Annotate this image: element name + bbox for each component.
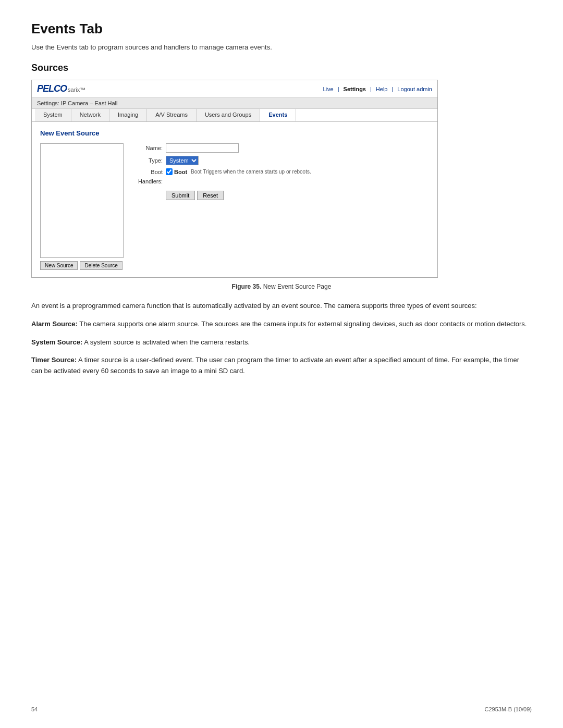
- settings-link[interactable]: Settings: [344, 86, 366, 92]
- new-event-source-title: New Event Source: [40, 129, 429, 137]
- delete-source-button[interactable]: Delete Source: [80, 261, 122, 270]
- sources-list-panel: New Source Delete Source: [40, 143, 124, 270]
- reset-button[interactable]: Reset: [197, 191, 224, 200]
- timer-source-bold: Timer Source:: [31, 356, 77, 364]
- figure-caption: Figure 35. New Event Source Page: [31, 283, 532, 290]
- page-description: Use the Events tab to program sources an…: [31, 43, 532, 51]
- alarm-source-bold: Alarm Source:: [31, 320, 78, 328]
- tab-network[interactable]: Network: [71, 109, 109, 121]
- logout-link[interactable]: Logout admin: [397, 86, 432, 92]
- list-action-buttons: New Source Delete Source: [40, 261, 124, 270]
- event-source-form: Name: Type: System Alarm Timer Boot: [132, 143, 429, 270]
- type-row: Type: System Alarm Timer: [132, 156, 429, 165]
- name-row: Name:: [132, 143, 429, 153]
- intro-paragraph: An event is a preprogrammed camera funct…: [31, 301, 532, 312]
- system-source-text: A system source is activated when the ca…: [82, 338, 250, 346]
- boot-checkbox[interactable]: [166, 168, 173, 175]
- boot-label: Boot: [132, 169, 166, 175]
- separator3: |: [391, 86, 393, 92]
- tab-system[interactable]: System: [35, 109, 71, 121]
- form-buttons: Submit Reset: [166, 191, 224, 200]
- timer-source-paragraph: Timer Source: A timer source is a user-d…: [31, 355, 532, 377]
- system-source-paragraph: System Source: A system source is activa…: [31, 337, 532, 348]
- tab-events[interactable]: Events: [260, 109, 296, 121]
- alarm-source-text: The camera supports one alarm source. Th…: [78, 320, 527, 328]
- content-area: New Source Delete Source Name: Type: Sys…: [40, 143, 429, 270]
- new-source-button[interactable]: New Source: [40, 261, 78, 270]
- tab-av-streams[interactable]: A/V Streams: [147, 109, 197, 121]
- ui-main-content: New Event Source New Source Delete Sourc…: [32, 122, 437, 277]
- submit-button[interactable]: Submit: [166, 191, 195, 200]
- boot-text: Boot: [174, 169, 187, 175]
- timer-source-text: A timer source is a user-defined event. …: [31, 356, 519, 375]
- type-select[interactable]: System Alarm Timer: [166, 156, 199, 165]
- form-action-row: Submit Reset: [132, 188, 429, 200]
- topbar-links: Live | Settings | Help | Logout admin: [323, 86, 432, 92]
- page-title: Events Tab: [31, 21, 532, 37]
- name-label: Name:: [132, 145, 166, 151]
- page-footer: 54 C2953M-B (10/09): [31, 706, 532, 712]
- boot-description: Boot Triggers when the camera starts up …: [191, 169, 311, 175]
- handlers-row: Handlers:: [132, 178, 429, 184]
- figure-caption-desc: New Event Source Page: [263, 283, 332, 290]
- tab-imaging[interactable]: Imaging: [109, 109, 147, 121]
- settings-bar: Settings: IP Camera – East Hall: [32, 98, 437, 109]
- page-number: 54: [31, 706, 38, 712]
- handlers-label: Handlers:: [132, 178, 166, 184]
- sources-heading: Sources: [31, 63, 532, 73]
- name-input[interactable]: [166, 143, 239, 153]
- live-link[interactable]: Live: [323, 86, 334, 92]
- help-link[interactable]: Help: [376, 86, 388, 92]
- pelco-brand-text: PELCO: [37, 83, 67, 94]
- separator2: |: [370, 86, 372, 92]
- figure-caption-bold: Figure 35.: [232, 283, 262, 290]
- separator: |: [338, 86, 339, 92]
- system-source-bold: System Source:: [31, 338, 82, 346]
- alarm-source-paragraph: Alarm Source: The camera supports one al…: [31, 319, 532, 330]
- boot-row: Boot Boot Boot Triggers when the camera …: [132, 168, 429, 175]
- type-label: Type:: [132, 157, 166, 164]
- sarix-brand-text: sarix™: [68, 87, 85, 93]
- pelco-logo: PELCO sarix™: [37, 83, 85, 94]
- ui-topbar: PELCO sarix™ Live | Settings | Help | Lo…: [32, 80, 437, 98]
- sources-list-box[interactable]: [40, 143, 124, 258]
- doc-number: C2953M-B (10/09): [485, 706, 532, 712]
- tab-users-groups[interactable]: Users and Groups: [197, 109, 260, 121]
- ui-screenshot: PELCO sarix™ Live | Settings | Help | Lo…: [31, 80, 438, 278]
- nav-tabs: System Network Imaging A/V Streams Users…: [32, 109, 437, 122]
